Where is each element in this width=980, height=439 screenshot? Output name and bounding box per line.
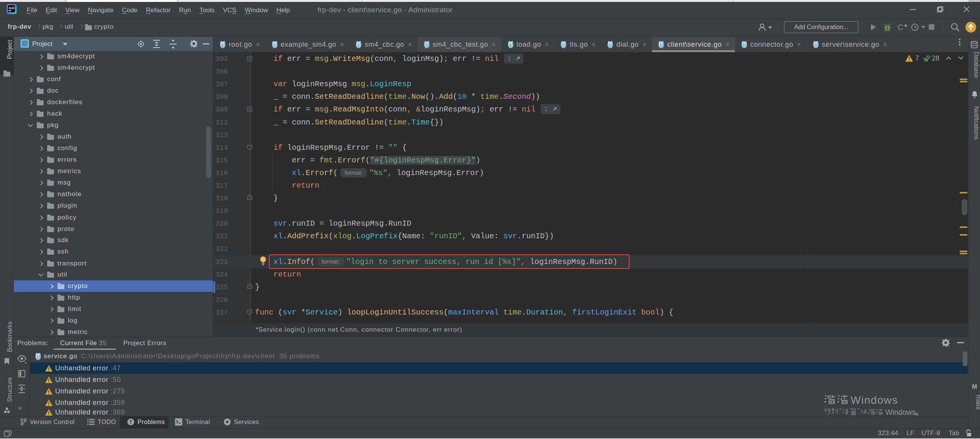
svg-text:”: ” — [858, 408, 860, 413]
svg-text:Windows: Windows — [851, 394, 898, 406]
svg-text:C: C — [898, 23, 903, 31]
svg-text:GO: GO — [9, 6, 15, 10]
svg-text:Windows: Windows — [885, 408, 916, 416]
svg-text:“: “ — [839, 408, 841, 413]
